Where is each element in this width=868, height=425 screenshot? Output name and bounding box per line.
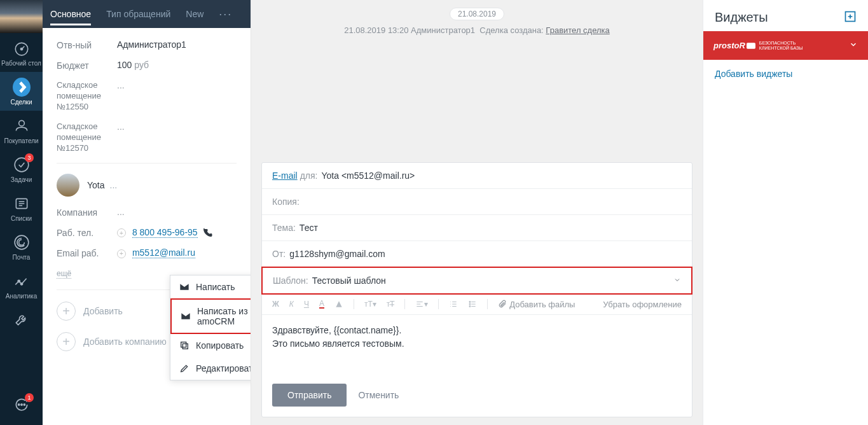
mail-icon [13,233,31,251]
sidebar-item-settings[interactable] [0,305,43,337]
chevron-down-icon [673,275,681,286]
plus-icon[interactable]: + [117,228,126,237]
composer-from-row[interactable]: От: g1128shym@gmail.com [262,241,692,267]
sidebar-item-customers[interactable]: Покупатели [0,111,43,150]
sidebar-item-deals[interactable]: Сделки [0,72,43,111]
svg-point-6 [18,280,20,282]
cancel-button[interactable]: Отменить [358,390,399,400]
gauge-icon [13,39,31,57]
composer-subject-row[interactable]: Тема: Тест [262,215,692,241]
sidebar-item-tasks[interactable]: 3 Задачи [0,150,43,188]
tabs-more-icon[interactable]: ··· [211,8,240,21]
clear-formatting-link[interactable]: Убрать оформление [603,300,682,309]
warehouse2-value[interactable]: ... [117,122,125,154]
warehouse1-value[interactable]: ... [117,80,125,113]
send-button[interactable]: Отправить [272,384,347,407]
menu-write-amocrm[interactable]: Написать из amoCRM [170,298,251,334]
svg-point-2 [18,120,24,126]
envelope-icon [179,282,189,292]
svg-point-7 [20,283,22,285]
svg-point-15 [469,306,471,307]
numbered-list-button[interactable] [449,300,458,309]
tab-type[interactable]: Тип обращений [99,0,178,28]
envelope-icon [181,311,191,321]
responsible-label: Отв-ный [57,39,117,51]
chevron-down-icon [849,40,858,51]
warehouse2-label: Складское помещение №12570 [57,122,117,154]
deals-icon [13,78,31,96]
more-fields-link[interactable]: ещё [57,269,71,279]
align-button[interactable]: ▾ [415,300,428,309]
sidebar-item-mail[interactable]: Почта [0,227,43,266]
svg-rect-11 [183,344,188,349]
sidebar-item-dashboard[interactable]: Рабочий стол [0,33,43,72]
badge: 1 [25,393,34,402]
menu-edit[interactable]: Редактировать [170,357,251,380]
text-color-button[interactable]: А [319,300,324,309]
budget-value[interactable]: 100 руб [117,60,149,71]
phone-handset-icon[interactable] [202,227,213,239]
user-avatar[interactable] [0,0,43,33]
email-label: Email раб. [57,247,117,259]
sidebar-item-lists[interactable]: Списки [0,188,43,227]
pencil-icon [179,363,189,373]
email-type-link[interactable]: E-mail [272,171,298,181]
composer-to-row[interactable]: E-mail для: Yota <m5512@mail.ru> [262,163,692,189]
editor-toolbar: Ж К Ч А тТ▾ тТ̶ ▾ Добавить файлы Убрать … [262,294,692,315]
phone-label: Раб. тел. [57,227,117,239]
plus-circle-icon: + [57,302,76,321]
menu-write[interactable]: Написать [170,275,251,298]
svg-point-9 [20,404,22,405]
sidebar-item-chat[interactable]: 1 [0,389,43,425]
widget-logo: prostoR [713,41,745,50]
email-composer: E-mail для: Yota <m5512@mail.ru> Копия: … [261,162,692,417]
menu-copy[interactable]: Копировать [170,334,251,357]
date-separator: 21.08.2019 [450,8,504,20]
font-size-button[interactable]: тТ▾ [364,300,376,309]
bg-color-button[interactable] [334,300,343,309]
customers-icon [13,117,31,135]
analytics-icon [13,272,31,290]
sidebar-label: Задачи [11,176,32,183]
attach-files-button[interactable]: Добавить файлы [498,300,575,309]
add-widget-icon[interactable] [844,10,857,25]
detail-tabs: Основное Тип обращений New ··· [43,0,251,28]
deal-link[interactable]: Гравител сделка [546,25,609,35]
company-value[interactable]: ... [117,207,125,218]
feed-panel: 21.08.2019 21.08.2019 13:20 Администрато… [251,0,703,425]
wrench-icon [13,311,31,329]
composer-cc-row[interactable]: Копия: [262,189,692,215]
plus-icon[interactable]: + [117,249,126,258]
widget-badge-icon [747,41,755,51]
composer-template-row[interactable]: Шаблон: Тестовый шаблон [261,267,692,295]
email-value[interactable]: + m5512@mail.ru [117,247,195,259]
copy-icon [179,340,189,351]
underline-button[interactable]: Ч [304,300,309,309]
widget-subtitle: БЕЗОПАСНОСТЬКЛИЕНТСКОЙ БАЗЫ [759,41,803,50]
plus-circle-icon: + [57,332,76,351]
responsible-value[interactable]: Администратор1 [117,39,186,51]
contact-avatar[interactable] [57,174,79,197]
add-widgets-link[interactable]: Добавить виджеты [703,60,868,88]
bullet-list-button[interactable] [468,300,477,309]
svg-point-14 [469,303,471,305]
main-sidebar: Рабочий стол Сделки Покупатели 3 Задачи [0,0,43,425]
email-body-editor[interactable]: Здравствуйте, {{contact.name}}. Это пись… [262,315,692,376]
sidebar-item-analytics[interactable]: Аналитика [0,266,43,305]
widgets-panel: Виджеты prostoR БЕЗОПАСНОСТЬКЛИЕНТСКОЙ Б… [703,0,868,425]
list-icon [13,195,31,212]
contact-name[interactable]: Yota [87,180,105,190]
contact-actions-icon[interactable]: ... [110,180,118,190]
italic-button[interactable]: К [289,300,294,309]
bold-button[interactable]: Ж [272,300,279,309]
deal-detail-panel: Основное Тип обращений New ··· Отв-ный А… [43,0,251,425]
sidebar-label: Покупатели [4,137,38,144]
clear-format-button[interactable]: тТ̶ [387,300,395,309]
widgets-title: Виджеты [715,10,768,25]
sidebar-label: Почта [13,254,31,261]
widget-prostor[interactable]: prostoR БЕЗОПАСНОСТЬКЛИЕНТСКОЙ БАЗЫ [703,31,868,60]
svg-rect-12 [181,342,186,347]
tab-main[interactable]: Основное [43,0,99,28]
tab-new[interactable]: New [178,0,211,28]
phone-value[interactable]: + 8 800 495-96-95 [117,227,213,239]
